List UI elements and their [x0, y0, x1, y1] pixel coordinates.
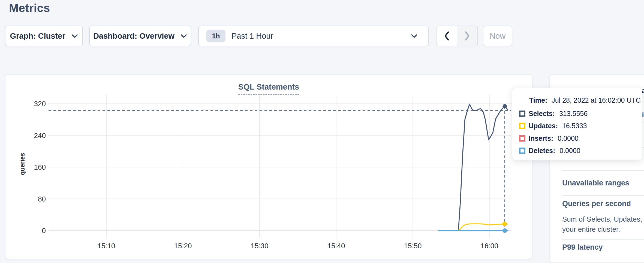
- tooltip-row-updates: Updates:16.5333: [519, 123, 587, 129]
- sidebar-divider: [562, 195, 644, 196]
- now-button[interactable]: Now: [483, 26, 512, 46]
- y-tick-label: 320: [34, 100, 46, 108]
- time-range-dropdown[interactable]: 1h Past 1 Hour: [198, 26, 429, 46]
- sidebar-description: Sum of Selects, Updates, Inseryour entir…: [562, 214, 644, 234]
- y-axis-label: queries: [19, 153, 26, 175]
- graph-dropdown-label: Graph: Cluster: [10, 32, 65, 41]
- metrics-page: { "page": { "title": "Metrics" }, "toolb…: [0, 0, 644, 263]
- chevron-right-icon: [465, 31, 470, 41]
- chevron-down-icon: [180, 34, 187, 38]
- sidebar-heading-p99-latency: P99 latency: [562, 243, 603, 252]
- series-swatch-icon: [519, 111, 525, 117]
- x-tick-label: 16:00: [480, 242, 498, 250]
- dashboard-dropdown[interactable]: Dashboard: Overview: [89, 26, 191, 46]
- tooltip-series-value: 0.0000: [558, 134, 578, 142]
- chevron-left-icon: [444, 31, 449, 41]
- sidebar-divider: [562, 170, 644, 171]
- series-swatch-icon: [519, 135, 525, 142]
- x-tick-label: 15:30: [251, 242, 268, 250]
- tooltip-series-label: Updates:: [529, 122, 558, 130]
- x-tick-label: 15:10: [97, 242, 115, 250]
- tooltip-series-value: 0.0000: [559, 147, 580, 155]
- sidebar-heading-unavailable-ranges: Unavailable ranges: [562, 179, 629, 187]
- x-tick-label: 15:40: [327, 242, 345, 250]
- hover-dot-updates: [502, 222, 507, 226]
- graph-dropdown[interactable]: Graph: Cluster: [5, 26, 83, 46]
- y-tick-label: 160: [34, 163, 46, 171]
- dashboard-dropdown-label: Dashboard: Overview: [93, 32, 174, 41]
- tooltip-series-value: 16.5333: [562, 122, 587, 130]
- page-title: Metrics: [9, 2, 50, 15]
- hover-dot-deletes: [502, 228, 507, 233]
- previous-timespan-button[interactable]: [437, 26, 457, 46]
- sql-statements-chart[interactable]: 15:1015:2015:3015:4015:5016:000801602403…: [5, 74, 532, 259]
- y-tick-label: 240: [34, 132, 46, 140]
- next-timespan-button[interactable]: [457, 26, 477, 46]
- tooltip-time-value: Jul 28, 2022 at 16:02:00 UTC: [552, 96, 641, 104]
- tooltip-time-row: Time:Jul 28, 2022 at 16:02:00 UTC: [529, 96, 641, 104]
- tooltip-row-selects: Selects:313.5556: [519, 110, 588, 117]
- sidebar-divider: [562, 239, 644, 240]
- time-step-button-group: [436, 26, 478, 46]
- series-swatch-icon: [519, 148, 525, 154]
- tooltip-series-label: Inserts:: [529, 134, 553, 142]
- y-tick-label: 0: [42, 227, 46, 235]
- x-tick-label: 15:20: [174, 242, 192, 250]
- tooltip-series-label: Selects:: [529, 110, 555, 118]
- chart-hover-tooltip: Time:Jul 28, 2022 at 16:02:00 UTC Select…: [512, 88, 642, 160]
- tooltip-row-inserts: Inserts:0.0000: [519, 135, 579, 142]
- chevron-down-icon: [71, 34, 78, 38]
- tooltip-series-value: 313.5556: [559, 110, 588, 118]
- series-line-updates: [439, 224, 508, 231]
- tooltip-series-label: Deletes:: [529, 147, 555, 155]
- tooltip-row-deletes: Deletes:0.0000: [519, 148, 580, 154]
- x-tick-label: 15:50: [404, 242, 422, 250]
- series-swatch-icon: [519, 123, 525, 129]
- chevron-down-icon: [411, 34, 417, 38]
- sidebar-heading-queries-per-second: Queries per second: [562, 200, 631, 208]
- hover-dot-selects: [502, 104, 507, 108]
- now-button-label: Now: [490, 32, 505, 41]
- tooltip-time-label: Time:: [529, 96, 547, 104]
- time-range-label: Past 1 Hour: [231, 32, 273, 41]
- y-tick-label: 80: [38, 195, 46, 203]
- time-range-badge: 1h: [206, 30, 225, 42]
